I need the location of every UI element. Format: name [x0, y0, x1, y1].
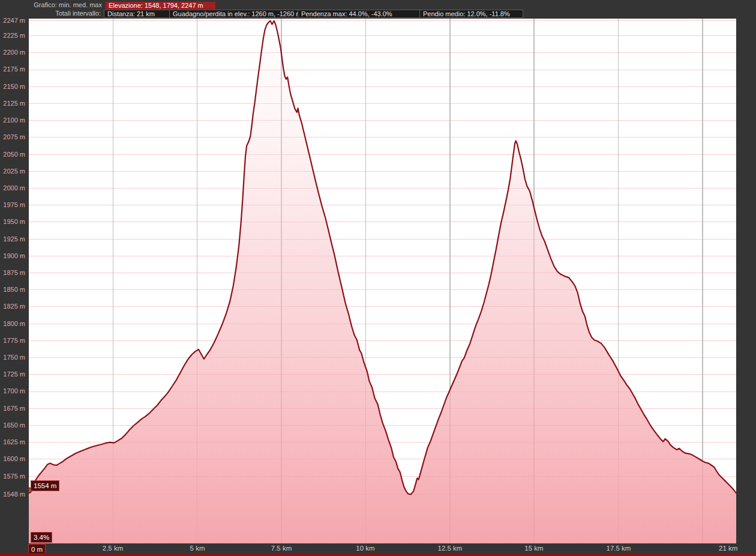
- y-axis-label: 1850 m: [0, 286, 25, 293]
- y-axis-label: 2247 m: [0, 17, 25, 24]
- y-axis-label: 1775 m: [0, 337, 25, 344]
- y-axis-label: 1625 m: [0, 438, 25, 446]
- stat-max-slope: Pendenza max: 44.0%, -43.0%: [298, 10, 420, 18]
- marker-elevation-badge: 1554 m: [31, 480, 59, 491]
- y-axis-label: 2225 m: [0, 32, 25, 39]
- y-axis-label: 2100 m: [0, 116, 25, 124]
- y-axis-label: 1925 m: [0, 235, 25, 243]
- y-axis-label: 1800 m: [0, 320, 25, 327]
- x-axis-label: 10 km: [356, 545, 374, 552]
- stat-distance: Distanza: 21 km: [104, 10, 170, 18]
- y-axis-label: 1750 m: [0, 354, 25, 361]
- header-row-graph: Grafico: min. med. max Elevazione: 1548,…: [0, 1, 216, 10]
- x-axis-label: 21 km: [719, 545, 737, 552]
- y-axis-label: 2150 m: [0, 83, 25, 90]
- x-axis-label: 15 km: [524, 545, 543, 552]
- y-axis-label: 1900 m: [0, 252, 25, 259]
- x-axis-label: 5 km: [190, 545, 205, 552]
- elevation-minmedmax-badge: Elevazione: 1548, 1794, 2247 m: [105, 1, 216, 10]
- y-axis-label: 1575 m: [0, 473, 25, 480]
- y-axis-label: 2025 m: [0, 168, 25, 175]
- y-axis-label: 1650 m: [0, 422, 25, 429]
- y-axis-label: 2125 m: [0, 100, 25, 107]
- x-axis-label: 2.5 km: [103, 545, 124, 552]
- x-axis-label: 7.5 km: [271, 545, 292, 552]
- plot-area[interactable]: [29, 19, 736, 543]
- y-axis-label: 1700 m: [0, 387, 25, 394]
- stat-elevation-gain-loss: Guadagno/perdita in elev.: 1260 m, -1260…: [170, 10, 298, 18]
- y-axis-label: 1950 m: [0, 218, 25, 225]
- y-axis-label: 2075 m: [0, 133, 25, 141]
- stat-avg-slope: Pendio medio: 12.0%, -11.8%: [420, 10, 523, 18]
- y-axis-label: 1875 m: [0, 269, 25, 276]
- y-axis-label: 1675 m: [0, 405, 25, 412]
- y-axis-label: 1725 m: [0, 370, 25, 378]
- marker-slope-badge: 3.4%: [31, 532, 52, 543]
- y-axis-label: 2050 m: [0, 151, 25, 158]
- y-axis-label: 2000 m: [0, 184, 25, 192]
- y-axis-label: 2175 m: [0, 65, 25, 73]
- bottom-red-bar: [0, 553, 756, 556]
- x-axis-label: 12.5 km: [438, 545, 463, 552]
- y-axis-label: 1600 m: [0, 455, 25, 462]
- elevation-profile-panel: Grafico: min. med. max Elevazione: 1548,…: [0, 0, 756, 556]
- y-axis-label: 2200 m: [0, 49, 25, 56]
- y-axis-label: 1975 m: [0, 201, 25, 208]
- header-row-totals: Totali intervallo: Distanza: 21 km Guada…: [0, 10, 523, 18]
- y-axis-label: 1548 m: [0, 491, 25, 498]
- graph-stats-label: Grafico: min. med. max: [0, 1, 105, 10]
- elevation-profile-svg: [29, 19, 736, 543]
- y-axis-label: 1825 m: [0, 303, 25, 310]
- x-axis-label: 17.5 km: [607, 545, 631, 552]
